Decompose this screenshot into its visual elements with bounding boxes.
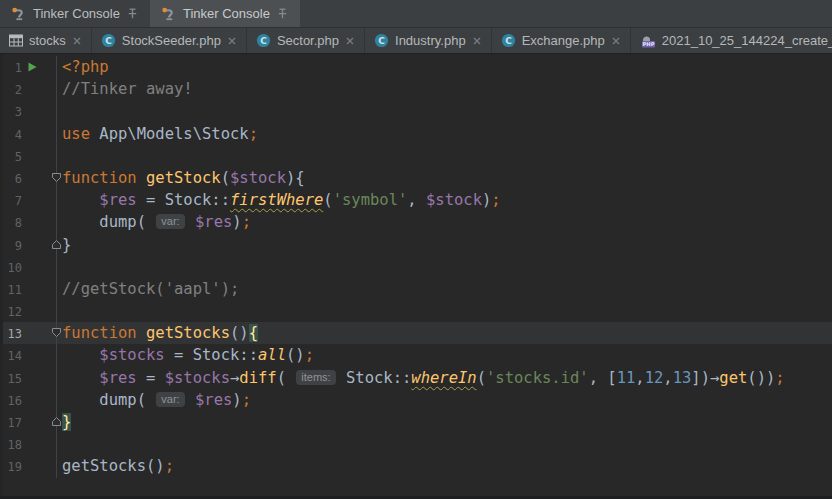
gutter: 10 [0, 256, 57, 278]
class-icon: C [256, 33, 271, 48]
token-fn: getStock [146, 169, 221, 187]
token-var: $stocks [165, 369, 230, 387]
code-line[interactable]: 10 [0, 256, 832, 278]
gutter: 19 [0, 455, 57, 477]
line-number: 13 [0, 323, 22, 345]
token-m: get [719, 369, 747, 387]
parameter-hint: items: [296, 370, 335, 385]
file-tab[interactable]: stocks [0, 28, 92, 53]
file-tab[interactable]: CStockSeeder.php [92, 28, 247, 53]
token-pl: → [230, 369, 239, 387]
fold-start-icon[interactable] [50, 326, 63, 339]
code-text: <?php [57, 56, 109, 78]
token-var: $stocks [99, 346, 164, 364]
console-tab[interactable]: Tinker Console [150, 0, 300, 27]
gutter: 5 [0, 145, 57, 167]
token-mi: all [258, 346, 286, 364]
line-number: 3 [0, 101, 22, 123]
code-line[interactable]: 8 dump( var: $res); [0, 211, 832, 233]
token-semi: ; [775, 369, 784, 387]
code-line[interactable]: 2//Tinker away! [0, 78, 832, 100]
code-text: function getStock($stock){ [57, 167, 305, 189]
code-line[interactable]: 9} [0, 234, 832, 256]
code-line[interactable]: 4use App\Models\Stock; [0, 123, 832, 145]
token-pl: ( [323, 191, 332, 209]
file-tab[interactable]: CExchange.php [492, 28, 631, 53]
token-pl: = [137, 369, 165, 387]
line-number: 2 [0, 79, 22, 101]
code-line[interactable]: 3 [0, 100, 832, 122]
tinker-icon [161, 6, 177, 22]
fold-end-icon[interactable] [50, 415, 63, 428]
table-icon [9, 34, 23, 47]
code-line[interactable]: 6function getStock($stock){ [0, 167, 832, 189]
token-var: $res [195, 213, 232, 231]
code-line[interactable]: 16 dump( var: $res); [0, 389, 832, 411]
code-line[interactable]: 5 [0, 145, 832, 167]
file-tab[interactable]: PHP2021_10_25_144224_create_stocks_table… [631, 28, 832, 53]
line-number: 16 [0, 390, 22, 412]
code-line[interactable]: 14 $stocks = Stock::all(); [0, 344, 832, 366]
token-pl: () [230, 324, 249, 342]
token-bm: } [62, 413, 71, 431]
code-text [57, 433, 62, 455]
token-var: $res [195, 391, 232, 409]
close-icon[interactable] [345, 36, 355, 46]
close-icon[interactable] [227, 36, 237, 46]
token-kw: <?php [62, 58, 109, 76]
gutter: 18 [0, 433, 57, 455]
code-text: //getStock('aapl'); [57, 278, 239, 300]
token-pl: ()) [747, 369, 775, 387]
file-tab-label: Industry.php [395, 33, 466, 48]
code-line[interactable]: 12 [0, 300, 832, 322]
run-icon[interactable] [26, 61, 38, 73]
pin-icon[interactable] [126, 7, 139, 20]
code-line[interactable]: 17} [0, 411, 832, 433]
pin-icon[interactable] [276, 7, 289, 20]
line-number: 12 [0, 301, 22, 323]
token-num: 12 [645, 369, 664, 387]
token-pl: , [635, 369, 644, 387]
code-line[interactable]: 15 $res = $stocks→diff( items: Stock::wh… [0, 367, 832, 389]
token-semi: ; [305, 346, 314, 364]
file-tab[interactable]: CSector.php [247, 28, 365, 53]
svg-text:C: C [378, 36, 385, 46]
gutter: 2 [0, 78, 57, 100]
file-tab-label: StockSeeder.php [122, 33, 221, 48]
fold-end-icon[interactable] [50, 238, 63, 251]
svg-text:PHP: PHP [642, 41, 654, 47]
code-line[interactable]: 19getStocks(); [0, 455, 832, 477]
line-number: 6 [0, 168, 22, 190]
class-icon: C [501, 33, 516, 48]
token-pl: , [ [589, 369, 617, 387]
close-icon[interactable] [72, 36, 82, 46]
php-file-icon: PHP [640, 33, 656, 49]
line-number: 14 [0, 345, 22, 367]
code-line[interactable]: 1<?php [0, 56, 832, 78]
code-line[interactable]: 13function getStocks(){ [0, 322, 832, 344]
token-pl: App\Models\Stock [90, 125, 249, 143]
token-pl: , [407, 191, 426, 209]
token-pl: = Stock:: [137, 191, 230, 209]
code-text: dump( var: $res); [57, 211, 251, 233]
code-editor[interactable]: 1<?php2//Tinker away!34use App\Models\St… [0, 54, 832, 496]
gutter: 15 [0, 367, 57, 389]
fold-start-icon[interactable] [50, 171, 63, 184]
line-number: 4 [0, 124, 22, 146]
gutter: 7 [0, 189, 57, 211]
file-tab[interactable]: CIndustry.php [365, 28, 492, 53]
console-tab[interactable]: Tinker Console [0, 0, 150, 27]
close-icon[interactable] [611, 36, 621, 46]
gutter: 12 [0, 300, 57, 322]
token-num: 13 [673, 369, 692, 387]
close-icon[interactable] [472, 36, 482, 46]
code-line[interactable]: 7 $res = Stock::firstWhere('symbol', $st… [0, 189, 832, 211]
token-m: diff [239, 369, 276, 387]
gutter: 9 [0, 234, 57, 256]
code-line[interactable]: 18 [0, 433, 832, 455]
line-number: 17 [0, 412, 22, 434]
svg-text:C: C [105, 36, 112, 46]
code-line[interactable]: 11//getStock('aapl'); [0, 278, 832, 300]
code-text [57, 145, 62, 167]
token-num: 11 [617, 369, 636, 387]
